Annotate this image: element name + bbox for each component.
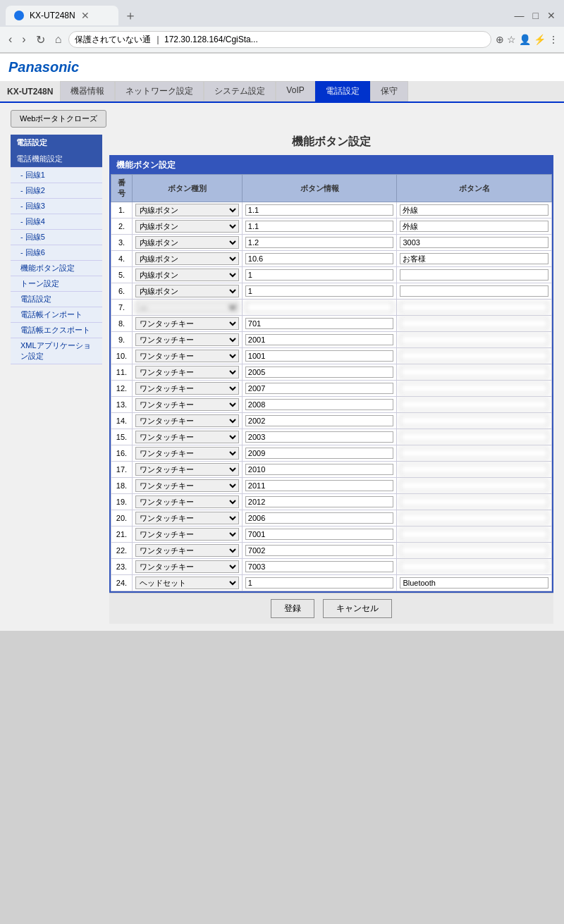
type-select-0[interactable]: 内線ボタンワンタッチキーヘッドセット [135, 204, 239, 216]
row-type-19[interactable]: 内線ボタンワンタッチキーヘッドセット [133, 510, 243, 526]
name-input-0[interactable] [400, 204, 548, 216]
row-info-22[interactable] [242, 559, 397, 575]
row-type-11[interactable]: 内線ボタンワンタッチキーヘッドセット [133, 381, 243, 397]
sidebar-item-2[interactable]: - 回線2 [11, 183, 102, 199]
name-input-21[interactable] [400, 545, 548, 556]
name-input-2[interactable] [400, 237, 548, 248]
name-input-3[interactable] [400, 253, 548, 264]
type-select-21[interactable]: 内線ボタンワンタッチキーヘッドセット [135, 544, 239, 557]
sidebar-item-0[interactable]: 電話機能設定 [11, 151, 102, 168]
info-input-2[interactable] [245, 237, 394, 248]
name-input-18[interactable] [400, 496, 548, 507]
sidebar-item-6[interactable]: - 回線6 [11, 245, 102, 261]
name-input-9[interactable] [400, 350, 548, 362]
row-type-13[interactable]: 内線ボタンワンタッチキーヘッドセット [133, 413, 243, 429]
name-input-19[interactable] [400, 512, 548, 524]
row-type-0[interactable]: 内線ボタンワンタッチキーヘッドセット [133, 202, 243, 218]
row-info-4[interactable] [242, 267, 397, 283]
info-input-8[interactable] [245, 334, 394, 345]
home-button[interactable]: ⌂ [52, 32, 65, 47]
row-type-7[interactable]: 内線ボタンワンタッチキーヘッドセット [133, 316, 243, 332]
sidebar-top-label[interactable]: 電話設定 [11, 135, 102, 151]
name-input-15[interactable] [400, 448, 548, 459]
row-name-22[interactable] [397, 559, 552, 575]
info-input-10[interactable] [245, 366, 394, 378]
name-input-20[interactable] [400, 529, 548, 540]
row-info-2[interactable] [242, 235, 397, 251]
row-info-10[interactable] [242, 364, 397, 381]
sidebar-item-3[interactable]: - 回線3 [11, 199, 102, 214]
row-type-3[interactable]: 内線ボタンワンタッチキーヘッドセット [133, 251, 243, 267]
sidebar-item-10[interactable]: 電話帳インポート [11, 307, 102, 323]
type-select-5[interactable]: 内線ボタンワンタッチキーヘッドセット [135, 285, 239, 297]
row-type-10[interactable]: 内線ボタンワンタッチキーヘッドセット [133, 364, 243, 381]
type-select-10[interactable]: 内線ボタンワンタッチキーヘッドセット [135, 366, 239, 378]
row-type-5[interactable]: 内線ボタンワンタッチキーヘッドセット [133, 283, 243, 300]
name-input-16[interactable] [400, 464, 548, 475]
row-type-22[interactable]: 内線ボタンワンタッチキーヘッドセット [133, 559, 243, 575]
row-info-8[interactable] [242, 332, 397, 348]
row-info-6[interactable] [242, 300, 397, 316]
info-input-17[interactable] [245, 480, 394, 491]
name-input-22[interactable] [400, 561, 548, 572]
row-type-21[interactable]: 内線ボタンワンタッチキーヘッドセット [133, 543, 243, 559]
maximize-button[interactable]: □ [530, 7, 541, 24]
close-window-button[interactable]: ✕ [544, 7, 558, 24]
row-info-18[interactable] [242, 494, 397, 510]
name-input-5[interactable] [400, 285, 548, 297]
type-select-14[interactable]: 内線ボタンワンタッチキーヘッドセット [135, 431, 239, 443]
row-name-7[interactable] [397, 316, 552, 332]
row-info-0[interactable] [242, 202, 397, 218]
type-select-16[interactable]: 内線ボタンワンタッチキーヘッドセット [135, 463, 239, 476]
type-select-23[interactable]: 内線ボタンワンタッチキーヘッドセット [135, 577, 239, 589]
type-select-6[interactable]: --- [135, 301, 239, 314]
sidebar-item-12[interactable]: XMLアプリケーション設定 [11, 338, 102, 364]
row-type-8[interactable]: 内線ボタンワンタッチキーヘッドセット [133, 332, 243, 348]
row-name-5[interactable] [397, 283, 552, 300]
row-info-1[interactable] [242, 218, 397, 235]
forward-button[interactable]: › [19, 32, 28, 47]
row-info-20[interactable] [242, 526, 397, 543]
nav-tab-機器情報[interactable]: 機器情報 [60, 81, 115, 101]
info-input-18[interactable] [245, 496, 394, 507]
row-name-3[interactable] [397, 251, 552, 267]
row-name-20[interactable] [397, 526, 552, 543]
sidebar-item-1[interactable]: - 回線1 [11, 168, 102, 183]
info-input-13[interactable] [245, 415, 394, 426]
row-type-17[interactable]: 内線ボタンワンタッチキーヘッドセット [133, 478, 243, 494]
name-input-11[interactable] [400, 383, 548, 394]
nav-tab-システム設定[interactable]: システム設定 [204, 81, 276, 101]
info-input-20[interactable] [245, 529, 394, 540]
row-name-17[interactable] [397, 478, 552, 494]
row-name-23[interactable] [397, 575, 552, 591]
menu-icon[interactable]: ⋮ [548, 34, 558, 45]
close-web-button[interactable]: Webボータトクローズ [11, 110, 106, 128]
address-input[interactable] [68, 31, 491, 48]
row-info-7[interactable] [242, 316, 397, 332]
translate-icon[interactable]: ⊕ [496, 34, 504, 45]
info-input-11[interactable] [245, 383, 394, 394]
new-tab-button[interactable]: ＋ [118, 4, 142, 27]
row-info-5[interactable] [242, 283, 397, 300]
type-select-2[interactable]: 内線ボタンワンタッチキーヘッドセット [135, 236, 239, 249]
name-input-14[interactable] [400, 431, 548, 443]
row-name-2[interactable] [397, 235, 552, 251]
row-type-20[interactable]: 内線ボタンワンタッチキーヘッドセット [133, 526, 243, 543]
nav-tab-電話設定[interactable]: 電話設定 [315, 81, 370, 101]
sidebar-item-5[interactable]: - 回線5 [11, 230, 102, 245]
type-select-18[interactable]: 内線ボタンワンタッチキーヘッドセット [135, 495, 239, 508]
row-type-1[interactable]: 内線ボタンワンタッチキーヘッドセット [133, 218, 243, 235]
bookmark-icon[interactable]: ☆ [507, 34, 516, 45]
row-name-11[interactable] [397, 381, 552, 397]
nav-tab-VoIP[interactable]: VoIP [276, 81, 314, 101]
name-input-12[interactable] [400, 399, 548, 410]
info-input-14[interactable] [245, 431, 394, 443]
info-input-16[interactable] [245, 464, 394, 475]
type-select-9[interactable]: 内線ボタンワンタッチキーヘッドセット [135, 350, 239, 362]
sidebar-item-9[interactable]: 電話設定 [11, 292, 102, 307]
type-select-8[interactable]: 内線ボタンワンタッチキーヘッドセット [135, 333, 239, 346]
row-type-18[interactable]: 内線ボタンワンタッチキーヘッドセット [133, 494, 243, 510]
type-select-19[interactable]: 内線ボタンワンタッチキーヘッドセット [135, 512, 239, 524]
row-type-2[interactable]: 内線ボタンワンタッチキーヘッドセット [133, 235, 243, 251]
row-info-19[interactable] [242, 510, 397, 526]
